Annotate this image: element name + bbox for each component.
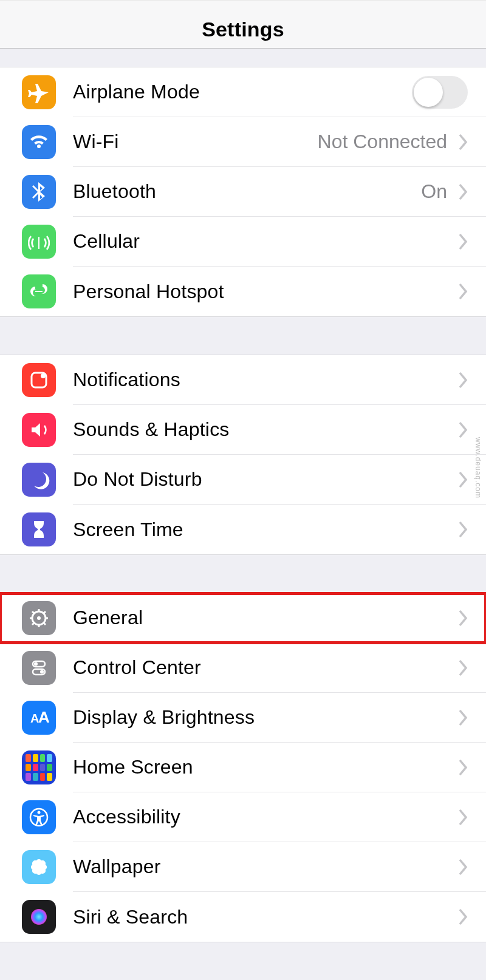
row-cellular[interactable]: Cellular — [0, 217, 486, 267]
row-label: Display & Brightness — [73, 706, 458, 729]
general-icon — [22, 601, 56, 635]
row-label: Screen Time — [73, 519, 458, 541]
settings-group-connectivity: Airplane Mode Wi-Fi Not Connected Blueto… — [0, 67, 486, 317]
row-display[interactable]: AA Display & Brightness — [0, 693, 486, 743]
chevron-right-icon — [458, 709, 468, 726]
controlcenter-icon — [22, 651, 56, 685]
wallpaper-icon — [22, 850, 56, 884]
row-controlcenter[interactable]: Control Center — [0, 643, 486, 693]
chevron-right-icon — [458, 421, 468, 438]
row-screentime[interactable]: Screen Time — [0, 505, 486, 554]
airplane-icon — [22, 75, 56, 109]
svg-point-26 — [40, 861, 45, 866]
chevron-right-icon — [458, 859, 468, 876]
svg-text:A: A — [38, 708, 50, 726]
chevron-right-icon — [458, 372, 468, 389]
sounds-icon — [22, 413, 56, 447]
svg-point-27 — [33, 868, 38, 873]
row-wifi[interactable]: Wi-Fi Not Connected — [0, 117, 486, 167]
chevron-right-icon — [458, 183, 468, 200]
svg-point-25 — [33, 861, 38, 866]
notifications-icon — [22, 363, 56, 397]
accessibility-icon — [22, 800, 56, 834]
row-label: Do Not Disturb — [73, 468, 458, 491]
chevron-right-icon — [458, 908, 468, 925]
row-bluetooth[interactable]: Bluetooth On — [0, 167, 486, 217]
chevron-right-icon — [458, 233, 468, 250]
homescreen-icon — [22, 750, 56, 784]
row-siri[interactable]: Siri & Search — [0, 892, 486, 942]
bluetooth-icon — [22, 175, 56, 209]
row-label: Personal Hotspot — [73, 281, 458, 303]
dnd-icon — [22, 463, 56, 497]
settings-group-system: General Control Center AA Display & Brig… — [0, 593, 486, 942]
svg-point-28 — [40, 868, 45, 873]
svg-line-10 — [32, 622, 35, 625]
chevron-right-icon — [458, 134, 468, 151]
row-label: Sounds & Haptics — [73, 418, 458, 441]
row-label: Home Screen — [73, 756, 458, 778]
chevron-right-icon — [458, 659, 468, 676]
row-notifications[interactable]: Notifications — [0, 355, 486, 405]
settings-header: Settings — [0, 0, 486, 49]
display-icon: AA — [22, 701, 56, 735]
chevron-right-icon — [458, 521, 468, 538]
chevron-right-icon — [458, 283, 468, 300]
chevron-right-icon — [458, 809, 468, 826]
svg-line-8 — [32, 611, 35, 614]
svg-line-11 — [43, 611, 46, 614]
row-label: Control Center — [73, 656, 458, 679]
row-label: Cellular — [73, 230, 458, 253]
row-label: Airplane Mode — [73, 81, 412, 103]
row-homescreen[interactable]: Home Screen — [0, 743, 486, 792]
section-gap — [0, 555, 486, 593]
row-label: Accessibility — [73, 806, 458, 828]
screentime-icon — [22, 512, 56, 546]
siri-icon — [22, 900, 56, 934]
hotspot-icon — [22, 274, 56, 308]
svg-point-13 — [34, 662, 38, 666]
row-label: Siri & Search — [73, 906, 458, 928]
row-accessibility[interactable]: Accessibility — [0, 792, 486, 842]
row-detail: On — [421, 180, 447, 203]
page-title: Settings — [202, 18, 284, 41]
section-gap — [0, 317, 486, 355]
row-general[interactable]: General — [0, 593, 486, 643]
row-detail: Not Connected — [318, 131, 447, 153]
row-dnd[interactable]: Do Not Disturb — [0, 455, 486, 505]
row-label: Wi-Fi — [73, 131, 318, 153]
settings-group-alerts: Notifications Sounds & Haptics Do Not Di… — [0, 355, 486, 555]
svg-point-15 — [40, 670, 44, 674]
row-sounds[interactable]: Sounds & Haptics — [0, 405, 486, 455]
row-hotspot[interactable]: Personal Hotspot — [0, 267, 486, 316]
chevron-right-icon — [458, 471, 468, 488]
airplane-toggle[interactable] — [412, 76, 468, 109]
svg-point-19 — [38, 811, 41, 814]
watermark: www.deuaq.com — [474, 437, 482, 499]
svg-point-29 — [31, 909, 47, 925]
row-label: Notifications — [73, 369, 458, 391]
row-label: Wallpaper — [73, 856, 458, 878]
row-airplane[interactable]: Airplane Mode — [0, 67, 486, 117]
cellular-icon — [22, 225, 56, 259]
svg-line-9 — [43, 622, 46, 625]
row-label: General — [73, 607, 458, 629]
row-label: Bluetooth — [73, 180, 421, 203]
chevron-right-icon — [458, 610, 468, 627]
svg-point-3 — [37, 616, 41, 620]
svg-point-1 — [41, 373, 46, 378]
section-gap — [0, 49, 486, 67]
row-wallpaper[interactable]: Wallpaper — [0, 842, 486, 892]
chevron-right-icon — [458, 759, 468, 776]
wifi-icon — [22, 125, 56, 159]
